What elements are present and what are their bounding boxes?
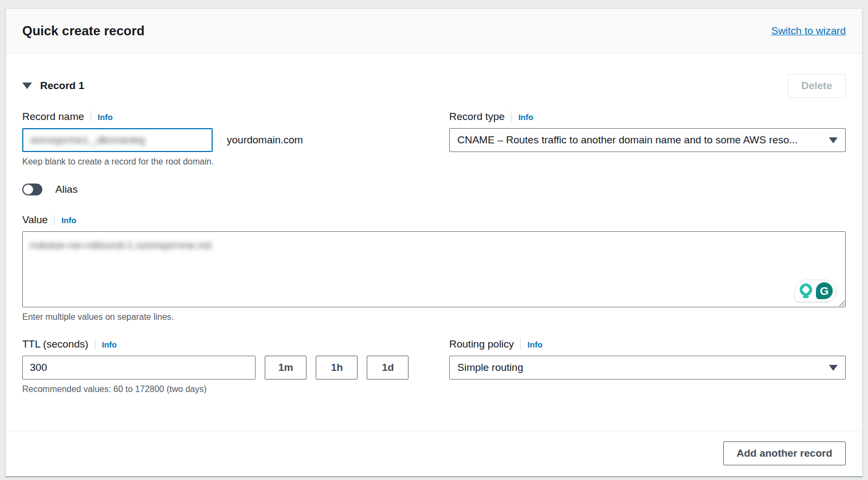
record-type-block: Record type Info CNAME – Routes traffic … <box>449 111 846 167</box>
panel-body: Record 1 Delete Record name Info wvnxqsr… <box>6 74 862 394</box>
ttl-1h-button[interactable]: 1h <box>316 356 358 380</box>
ttl-1m-button[interactable]: 1m <box>265 356 307 380</box>
ttl-input[interactable] <box>22 356 256 380</box>
grammarly-icon[interactable]: G <box>816 282 833 299</box>
alias-toggle[interactable] <box>22 184 42 195</box>
dropdown-caret-icon <box>829 365 838 371</box>
record-type-label: Record type <box>449 111 505 123</box>
label-divider <box>54 214 55 225</box>
routing-policy-label: Routing policy <box>449 338 514 350</box>
page-title: Quick create record <box>22 23 144 39</box>
routing-policy-selected-value: Simple routing <box>457 362 523 374</box>
toggle-knob <box>23 185 33 194</box>
delete-record-button[interactable]: Delete <box>788 74 846 98</box>
value-label-row: Value Info <box>22 214 846 226</box>
switch-to-wizard-link[interactable]: Switch to wizard <box>771 25 846 37</box>
record-name-block: Record name Info wvnxqsrme1._dkmranleg y… <box>22 111 424 167</box>
ttl-label-row: TTL (seconds) Info <box>22 338 424 350</box>
routing-policy-label-row: Routing policy Info <box>449 338 846 350</box>
record-collapse-toggle[interactable]: Record 1 <box>22 80 84 92</box>
label-divider <box>95 339 95 350</box>
record-name-info-link[interactable]: Info <box>98 112 113 122</box>
record-title: Record 1 <box>40 80 84 92</box>
routing-policy-select[interactable]: Simple routing <box>449 356 846 380</box>
record-type-selected-value: CNAME – Routes traffic to another domain… <box>457 134 797 146</box>
lightbulb-icon[interactable] <box>799 283 813 298</box>
record-name-label: Record name <box>22 111 84 123</box>
label-divider <box>520 339 521 350</box>
record-name-help-text: Keep blank to create a record for the ro… <box>22 157 424 167</box>
value-info-link[interactable]: Info <box>61 216 76 225</box>
ttl-label: TTL (seconds) <box>22 338 88 350</box>
label-divider <box>91 111 91 122</box>
record-type-label-row: Record type Info <box>449 111 846 123</box>
resize-handle-icon[interactable] <box>838 300 845 306</box>
ttl-info-link[interactable]: Info <box>102 340 117 349</box>
value-blurred-text: nvkstse-nw-rxtbsvnd-1.xsnmqsrrvne.nst <box>30 239 212 251</box>
panel-header: Quick create record Switch to wizard <box>6 9 862 54</box>
add-another-record-button[interactable]: Add another record <box>723 441 846 465</box>
ttl-routing-row: TTL (seconds) Info 1m 1h 1d Recommended … <box>22 338 846 394</box>
value-help-text: Enter multiple values on separate lines. <box>22 312 846 322</box>
record-name-blurred-value: wvnxqsrme1._dkmranleg <box>30 134 145 146</box>
routing-policy-info-link[interactable]: Info <box>527 340 542 349</box>
dropdown-caret-icon <box>829 137 838 143</box>
label-divider <box>511 111 512 122</box>
value-textarea[interactable]: nvkstse-nw-rxtbsvnd-1.xsnmqsrrvne.nst G <box>22 231 846 307</box>
record-type-info-link[interactable]: Info <box>518 112 533 122</box>
ttl-1d-button[interactable]: 1d <box>367 356 409 380</box>
grammarly-widget[interactable]: G <box>795 280 837 302</box>
ttl-help-text: Recommended values: 60 to 172800 (two da… <box>22 384 424 394</box>
value-block: Value Info nvkstse-nw-rxtbsvnd-1.xsnmqsr… <box>22 214 846 322</box>
record-name-input-row: wvnxqsrme1._dkmranleg yourdomain.com <box>22 128 424 152</box>
domain-suffix-text: yourdomain.com <box>227 134 303 146</box>
routing-policy-block: Routing policy Info Simple routing <box>449 338 846 394</box>
record-type-select[interactable]: CNAME – Routes traffic to another domain… <box>449 128 846 152</box>
quick-create-record-panel: Quick create record Switch to wizard Rec… <box>5 8 863 477</box>
value-label: Value <box>22 214 48 226</box>
record-name-label-row: Record name Info <box>22 111 424 123</box>
name-type-row: Record name Info wvnxqsrme1._dkmranleg y… <box>22 111 846 167</box>
record-name-input[interactable]: wvnxqsrme1._dkmranleg <box>22 128 213 152</box>
alias-label: Alias <box>55 184 78 195</box>
panel-footer: Add another record <box>6 431 862 476</box>
collapse-triangle-icon <box>22 83 32 89</box>
record-header-row: Record 1 Delete <box>22 74 846 98</box>
alias-row: Alias <box>22 184 846 195</box>
ttl-input-row: 1m 1h 1d <box>22 356 424 380</box>
ttl-block: TTL (seconds) Info 1m 1h 1d Recommended … <box>22 338 424 394</box>
